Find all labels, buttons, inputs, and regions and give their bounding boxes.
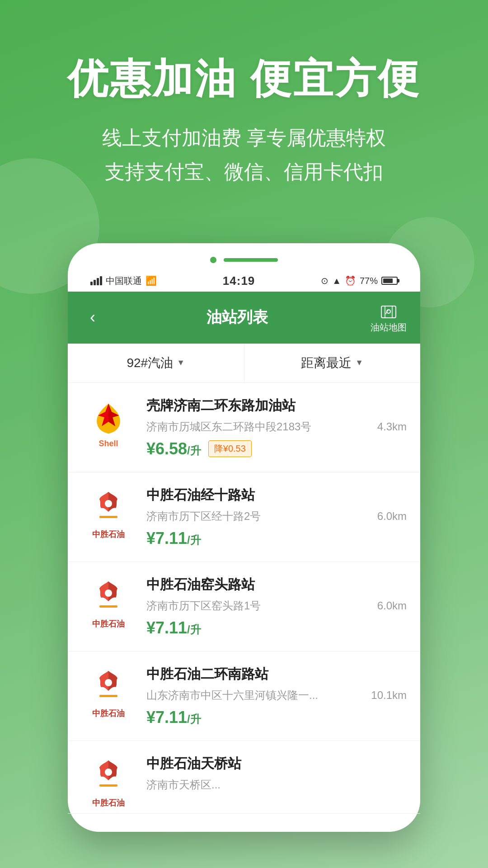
location-icon: ⊙ <box>321 275 328 286</box>
notch-camera <box>210 257 216 263</box>
address-row: 山东济南市中区十六里河镇兴隆一... 10.1km <box>146 688 407 703</box>
station-price: ¥7.11/升 <box>146 708 201 727</box>
zhongsheng-logo-icon <box>88 576 129 617</box>
station-price: ¥6.58/升 <box>146 439 201 458</box>
alarm-icon: ⏰ <box>345 275 356 286</box>
sort-arrow: ▼ <box>355 358 363 368</box>
station-info: 壳牌济南二环东路加油站 济南市历城区东二环路中段2183号 4.3km ¥6.5… <box>146 396 407 458</box>
station-address: 济南市历下区经十路2号 <box>146 509 377 524</box>
hero-title: 优惠加油 便宜方便 <box>27 54 461 103</box>
station-name: 中胜石油经十路站 <box>146 486 407 505</box>
station-distance: 6.0km <box>377 510 407 523</box>
station-logo: Shell <box>81 396 136 451</box>
station-price: ¥7.11/升 <box>146 529 201 548</box>
header-title: 油站列表 <box>206 307 268 328</box>
station-address: 济南市历下区窑头路1号 <box>146 599 377 613</box>
notch-speaker <box>224 258 278 262</box>
carrier-label: 中国联通 <box>106 275 142 287</box>
station-distance: 10.1km <box>371 689 407 702</box>
address-row: 济南市历下区窑头路1号 6.0km <box>146 599 407 613</box>
station-info: 中胜石油窑头路站 济南市历下区窑头路1号 6.0km ¥7.11/升 <box>146 576 407 637</box>
station-item[interactable]: 中胜石油 中胜石油天桥站 济南市天桥区... <box>68 741 420 814</box>
price-row: ¥7.11/升 <box>146 618 407 637</box>
station-info: 中胜石油二环南路站 山东济南市中区十六里河镇兴隆一... 10.1km ¥7.1… <box>146 665 407 727</box>
svg-rect-0 <box>381 306 396 318</box>
fuel-type-arrow: ▼ <box>177 358 185 368</box>
phone-notch <box>77 257 411 263</box>
station-name: 中胜石油窑头路站 <box>146 576 407 594</box>
zhongsheng-text: 中胜石油 <box>92 529 125 540</box>
price-row: ¥6.58/升 降¥0.53 <box>146 439 407 458</box>
svg-rect-4 <box>99 516 117 518</box>
status-time: 14:19 <box>223 274 255 288</box>
map-icon <box>379 302 399 321</box>
phone-mockup: 中国联通 📶 14:19 ⊙ ▲ ⏰ 77% ‹ 油站列表 <box>0 243 488 859</box>
zhongsheng-text: 中胜石油 <box>92 708 125 719</box>
back-button[interactable]: ‹ <box>81 308 104 327</box>
zhongsheng-text: 中胜石油 <box>92 618 125 629</box>
status-right: ⊙ ▲ ⏰ 77% <box>321 275 398 286</box>
app-header: ‹ 油站列表 油站地图 <box>68 292 420 344</box>
map-button[interactable]: 油站地图 <box>371 302 407 334</box>
battery-percent: 77% <box>360 276 378 286</box>
station-info: 中胜石油天桥站 济南市天桥区... <box>146 755 407 797</box>
station-logo: 中胜石油 <box>81 576 136 630</box>
svg-point-9 <box>105 769 112 776</box>
station-address: 山东济南市中区十六里河镇兴隆一... <box>146 688 371 703</box>
hero-subtitle-line1: 线上支付加油费 享专属优惠特权 <box>27 121 461 155</box>
wifi-icon: 📶 <box>145 275 157 286</box>
hero-section: 优惠加油 便宜方便 线上支付加油费 享专属优惠特权 支持支付宝、微信、信用卡代扣 <box>0 0 488 216</box>
svg-rect-8 <box>99 695 117 697</box>
zhongsheng-logo-icon <box>88 486 129 527</box>
station-item[interactable]: 中胜石油 中胜石油窑头路站 济南市历下区窑头路1号 6.0km ¥7.11/升 <box>68 562 420 651</box>
svg-point-5 <box>105 590 112 597</box>
fuel-type-label: 92#汽油 <box>127 354 173 372</box>
hero-subtitle-line2: 支持支付宝、微信、信用卡代扣 <box>27 155 461 189</box>
station-price: ¥7.11/升 <box>146 618 201 637</box>
station-address: 济南市天桥区... <box>146 778 407 792</box>
station-distance: 4.3km <box>377 420 407 433</box>
zhongsheng-text: 中胜石油 <box>92 797 125 808</box>
station-logo: 中胜石油 <box>81 755 136 809</box>
shell-text: Shell <box>99 439 118 448</box>
station-item[interactable]: 中胜石油 中胜石油经十路站 济南市历下区经十路2号 6.0km ¥7.11/升 <box>68 472 420 562</box>
svg-rect-6 <box>99 605 117 608</box>
discount-badge: 降¥0.53 <box>208 440 252 457</box>
station-list: Shell 壳牌济南二环东路加油站 济南市历城区东二环路中段2183号 4.3k… <box>68 383 420 814</box>
price-row: ¥7.11/升 <box>146 529 407 548</box>
status-bar: 中国联通 📶 14:19 ⊙ ▲ ⏰ 77% <box>77 270 411 292</box>
battery-icon <box>381 277 398 285</box>
hero-subtitle: 线上支付加油费 享专属优惠特权 支持支付宝、微信、信用卡代扣 <box>27 121 461 189</box>
status-left: 中国联通 📶 <box>90 275 157 287</box>
filter-bar: 92#汽油 ▼ 距离最近 ▼ <box>68 344 420 383</box>
zhongsheng-logo-icon <box>88 755 129 796</box>
svg-point-7 <box>105 679 112 686</box>
phone-frame: 中国联通 📶 14:19 ⊙ ▲ ⏰ 77% ‹ 油站列表 <box>68 243 420 832</box>
station-item[interactable]: 中胜石油 中胜石油二环南路站 山东济南市中区十六里河镇兴隆一... 10.1km… <box>68 651 420 741</box>
svg-rect-10 <box>99 784 117 787</box>
sort-filter[interactable]: 距离最近 ▼ <box>244 344 421 382</box>
station-logo: 中胜石油 <box>81 665 136 719</box>
map-label: 油站地图 <box>371 321 407 334</box>
svg-point-3 <box>105 500 112 507</box>
battery-fill <box>383 278 393 283</box>
station-name: 壳牌济南二环东路加油站 <box>146 396 407 415</box>
station-info: 中胜石油经十路站 济南市历下区经十路2号 6.0km ¥7.11/升 <box>146 486 407 548</box>
station-name: 中胜石油天桥站 <box>146 755 407 773</box>
address-row: 济南市历下区经十路2号 6.0km <box>146 509 407 524</box>
price-row: ¥7.11/升 <box>146 708 407 727</box>
station-address: 济南市历城区东二环路中段2183号 <box>146 420 377 434</box>
station-distance: 6.0km <box>377 599 407 612</box>
station-name: 中胜石油二环南路站 <box>146 665 407 684</box>
station-item[interactable]: Shell 壳牌济南二环东路加油站 济南市历城区东二环路中段2183号 4.3k… <box>68 383 420 472</box>
signal-icon <box>90 276 102 285</box>
gps-icon: ▲ <box>332 276 341 286</box>
station-logo: 中胜石油 <box>81 486 136 540</box>
zhongsheng-logo-icon <box>88 665 129 706</box>
address-row: 济南市历城区东二环路中段2183号 4.3km <box>146 420 407 434</box>
sort-label: 距离最近 <box>301 354 352 372</box>
fuel-type-filter[interactable]: 92#汽油 ▼ <box>68 344 244 382</box>
address-row: 济南市天桥区... <box>146 778 407 792</box>
shell-logo-icon <box>88 398 129 439</box>
